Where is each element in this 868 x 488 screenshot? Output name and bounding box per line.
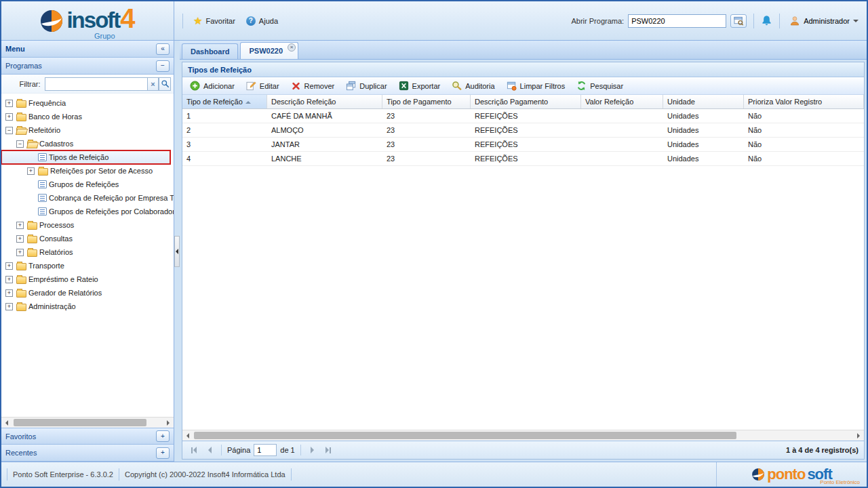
page-number-input[interactable]	[254, 444, 277, 456]
folder-icon	[38, 168, 48, 176]
records-status: 1 à 4 de 4 registro(s)	[786, 446, 859, 454]
edit-button[interactable]: Editar	[243, 79, 285, 93]
sidebar-splitter[interactable]	[174, 41, 180, 462]
scroll-left-icon[interactable]	[182, 430, 193, 441]
expand-icon[interactable]	[16, 222, 24, 229]
scroll-left-icon[interactable]	[1, 418, 12, 428]
tree-item-gerador-de-relatorios[interactable]: Gerador de Relatórios	[1, 286, 174, 300]
user-menu[interactable]: Administrador	[787, 14, 861, 28]
tree-item-transporte[interactable]: Transporte	[1, 259, 174, 272]
cell: 3	[182, 138, 267, 151]
duplicate-button[interactable]: Duplicar	[342, 79, 392, 93]
tree-item-administracao[interactable]: Administração	[1, 300, 174, 313]
separator	[753, 14, 754, 28]
tree-item-refeicoes-por-setor-de-acesso[interactable]: Refeições por Setor de Acesso	[1, 164, 174, 178]
cell: 23	[382, 138, 471, 151]
notifications-button[interactable]	[761, 15, 772, 26]
tree-item-consultas[interactable]: Consultas	[1, 232, 174, 245]
expand-icon[interactable]	[16, 235, 24, 243]
scroll-right-icon[interactable]	[163, 418, 174, 428]
expand-icon[interactable]	[5, 303, 13, 310]
column-header-prioriza-valor-registro[interactable]: Prioriza Valor Registro	[744, 95, 864, 108]
expand-favorites-button[interactable]: +	[156, 430, 170, 442]
tab-dashboard[interactable]: Dashboard	[182, 43, 238, 59]
collapse-programs-button[interactable]: −	[156, 60, 170, 72]
tree-item-cobranca-de-refeicao-por-empresa[interactable]: Cobrança de Refeição por Empresa Te	[1, 191, 174, 205]
first-page-button[interactable]	[188, 444, 200, 456]
tree-item-refeitorio[interactable]: Refeitório	[1, 123, 174, 137]
duplicate-icon	[346, 81, 356, 91]
scrollbar-thumb[interactable]	[14, 419, 146, 426]
export-button[interactable]: Exportar	[395, 79, 446, 93]
open-program-input[interactable]	[628, 14, 726, 28]
tree-item-tipos-de-refeicao[interactable]: Tipos de Refeição	[1, 150, 170, 164]
filter-search-button[interactable]	[159, 77, 171, 91]
expand-icon[interactable]	[5, 276, 13, 283]
folder-open-icon	[27, 141, 37, 148]
grid-toolbar: Adicionar Editar Remover	[182, 77, 864, 95]
collapse-icon[interactable]	[16, 140, 24, 148]
tree-item-banco-de-horas[interactable]: Banco de Horas	[1, 110, 174, 123]
favorite-button[interactable]: ★ Favoritar	[190, 14, 239, 28]
open-program-label: Abrir Programa:	[572, 17, 625, 25]
tree-item-frequencia[interactable]: Frequência	[1, 96, 174, 110]
column-header-tipo-de-pagamento[interactable]: Tipo de Pagamento	[382, 95, 471, 108]
expand-recents-button[interactable]: +	[156, 447, 170, 459]
user-name: Administrador	[804, 17, 850, 25]
remove-button[interactable]: Remover	[288, 79, 340, 93]
close-tab-icon[interactable]	[288, 43, 296, 52]
program-lookup-button[interactable]	[730, 14, 747, 28]
table-row[interactable]: 3 JANTAR 23 REFEIÇÕES Unidades Não	[182, 138, 864, 152]
scrollbar-thumb[interactable]	[194, 432, 736, 439]
scroll-right-icon[interactable]	[853, 430, 864, 441]
expand-icon[interactable]	[16, 249, 24, 256]
column-header-descricao-pagamento[interactable]: Descrição Pagamento	[471, 95, 581, 108]
expand-icon[interactable]	[5, 100, 13, 107]
help-button[interactable]: Ajuda	[243, 14, 281, 28]
expand-icon[interactable]	[5, 113, 13, 121]
favorites-header[interactable]: Favoritos +	[1, 428, 174, 445]
last-page-button[interactable]	[322, 444, 334, 456]
add-button[interactable]: Adicionar	[186, 79, 240, 93]
cell: Unidades	[663, 152, 744, 165]
search-button[interactable]: Pesquisar	[573, 79, 629, 93]
logo-number: 4	[120, 3, 135, 33]
column-header-descricao-refeicao[interactable]: Descrição Refeição	[267, 95, 382, 108]
splitter-collapse-handle[interactable]	[174, 236, 180, 267]
grid-horizontal-scrollbar[interactable]	[182, 430, 864, 441]
recents-header[interactable]: Recentes +	[1, 445, 174, 462]
filter-input[interactable]	[45, 77, 147, 91]
tree-item-processos[interactable]: Processos	[1, 218, 174, 232]
collapse-icon[interactable]	[5, 127, 13, 134]
expand-icon[interactable]	[27, 167, 35, 175]
tree-item-emprestimo-e-rateio[interactable]: Empréstimo e Rateio	[1, 272, 174, 286]
tree-item-relatorios[interactable]: Relatórios	[1, 245, 174, 259]
expand-icon[interactable]	[5, 262, 13, 270]
column-header-tipo-de-refeicao[interactable]: Tipo de Refeição	[182, 95, 267, 108]
audit-button[interactable]: Auditoria	[448, 79, 500, 93]
clear-filters-button[interactable]: Limpar Filtros	[503, 79, 571, 93]
table-row[interactable]: 4 LANCHE 23 REFEIÇÕES Unidades Não	[182, 152, 864, 166]
folder-icon	[16, 100, 26, 108]
programs-header[interactable]: Programas −	[1, 58, 174, 75]
tree-item-cadastros[interactable]: Cadastros	[1, 137, 174, 150]
collapse-sidebar-button[interactable]: «	[156, 43, 170, 55]
logo-subtitle: Grupo	[94, 33, 115, 40]
tab-psw0220[interactable]: PSW0220	[240, 42, 298, 59]
meal-types-grid: Tipo de Refeição Descrição Refeição Tipo…	[182, 95, 864, 459]
filter-clear-button[interactable]	[147, 77, 159, 91]
header-toolbar: ★ Favoritar Ajuda Abrir Programa:	[174, 1, 867, 40]
sidebar-horizontal-scrollbar[interactable]	[1, 417, 174, 428]
next-page-button[interactable]	[307, 444, 319, 456]
cell: ALMOÇO	[267, 123, 382, 137]
expand-icon[interactable]	[5, 289, 13, 297]
panel-title: Tipos de Refeição	[182, 62, 864, 77]
previous-page-button[interactable]	[203, 444, 216, 456]
table-row[interactable]: 1 CAFÉ DA MANHÃ 23 REFEIÇÕES Unidades Nã…	[182, 109, 864, 123]
insoft4-swirl-icon	[39, 9, 64, 33]
table-row[interactable]: 2 ALMOÇO 23 REFEIÇÕES Unidades Não	[182, 123, 864, 138]
tree-item-grupos-de-refeicoes[interactable]: Grupos de Refeições	[1, 178, 174, 191]
column-header-unidade[interactable]: Unidade	[663, 95, 744, 108]
tree-item-grupos-de-refeicoes-por-colaborador[interactable]: Grupos de Refeições por Colaborador	[1, 205, 174, 218]
column-header-valor-refeicao[interactable]: Valor Refeição	[581, 95, 663, 108]
